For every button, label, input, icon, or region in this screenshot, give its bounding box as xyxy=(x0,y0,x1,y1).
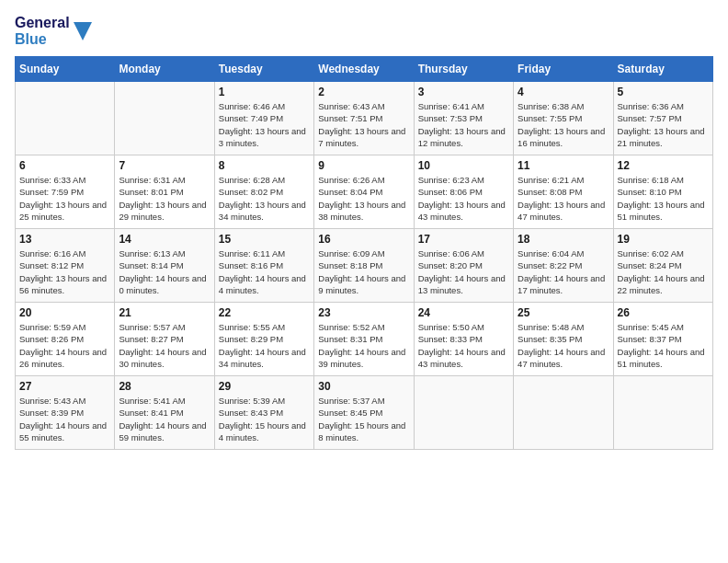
cell-info: Sunrise: 6:38 AM Sunset: 7:55 PM Dayligh… xyxy=(518,100,609,149)
cell-info: Sunrise: 5:37 AM Sunset: 8:45 PM Dayligh… xyxy=(318,395,409,443)
cell-day-number: 27 xyxy=(19,380,110,393)
calendar-cell xyxy=(613,376,712,450)
cell-info: Sunrise: 6:33 AM Sunset: 7:59 PM Dayligh… xyxy=(19,174,110,223)
logo: General Blue xyxy=(15,15,92,47)
cell-info: Sunrise: 6:18 AM Sunset: 8:10 PM Dayligh… xyxy=(618,174,709,223)
page-header: General Blue xyxy=(15,15,713,47)
cell-day-number: 24 xyxy=(418,306,509,319)
cell-day-number: 19 xyxy=(618,233,709,246)
cell-info: Sunrise: 6:09 AM Sunset: 8:18 PM Dayligh… xyxy=(318,247,409,296)
cell-day-number: 10 xyxy=(418,159,509,172)
cell-day-number: 20 xyxy=(19,306,110,319)
cell-info: Sunrise: 6:13 AM Sunset: 8:14 PM Dayligh… xyxy=(119,247,210,296)
cell-info: Sunrise: 5:59 AM Sunset: 8:26 PM Dayligh… xyxy=(19,321,110,370)
cell-info: Sunrise: 5:41 AM Sunset: 8:41 PM Dayligh… xyxy=(119,395,210,443)
cell-info: Sunrise: 6:21 AM Sunset: 8:08 PM Dayligh… xyxy=(518,174,609,223)
cell-day-number: 30 xyxy=(318,380,409,393)
calendar-cell xyxy=(414,376,513,450)
cell-day-number: 17 xyxy=(418,233,509,246)
cell-info: Sunrise: 5:45 AM Sunset: 8:37 PM Dayligh… xyxy=(618,321,709,370)
cell-info: Sunrise: 6:28 AM Sunset: 8:02 PM Dayligh… xyxy=(219,174,310,223)
calendar-cell: 28Sunrise: 5:41 AM Sunset: 8:41 PM Dayli… xyxy=(115,376,214,450)
weekday-header-saturday: Saturday xyxy=(613,57,712,82)
cell-day-number: 2 xyxy=(318,86,409,98)
calendar-cell: 20Sunrise: 5:59 AM Sunset: 8:26 PM Dayli… xyxy=(16,303,115,376)
calendar-cell: 9Sunrise: 6:26 AM Sunset: 8:04 PM Daylig… xyxy=(314,155,414,229)
logo-line2: Blue xyxy=(15,31,70,48)
cell-info: Sunrise: 6:23 AM Sunset: 8:06 PM Dayligh… xyxy=(418,174,509,223)
calendar-cell: 6Sunrise: 6:33 AM Sunset: 7:59 PM Daylig… xyxy=(16,155,115,229)
cell-day-number: 26 xyxy=(618,306,709,319)
calendar-cell: 15Sunrise: 6:11 AM Sunset: 8:16 PM Dayli… xyxy=(214,229,313,303)
calendar-cell: 17Sunrise: 6:06 AM Sunset: 8:20 PM Dayli… xyxy=(414,229,513,303)
cell-info: Sunrise: 6:41 AM Sunset: 7:53 PM Dayligh… xyxy=(418,100,509,149)
cell-day-number: 11 xyxy=(518,159,609,172)
calendar-week-row: 27Sunrise: 5:43 AM Sunset: 8:39 PM Dayli… xyxy=(16,376,713,450)
calendar-cell: 29Sunrise: 5:39 AM Sunset: 8:43 PM Dayli… xyxy=(214,376,313,450)
calendar-body: 1Sunrise: 6:46 AM Sunset: 7:49 PM Daylig… xyxy=(16,82,713,450)
calendar-cell xyxy=(16,82,115,155)
calendar-cell: 24Sunrise: 5:50 AM Sunset: 8:33 PM Dayli… xyxy=(414,303,513,376)
cell-day-number: 6 xyxy=(19,159,110,172)
calendar-cell: 30Sunrise: 5:37 AM Sunset: 8:45 PM Dayli… xyxy=(314,376,414,450)
weekday-header-row: SundayMondayTuesdayWednesdayThursdayFrid… xyxy=(16,57,713,82)
calendar-week-row: 1Sunrise: 6:46 AM Sunset: 7:49 PM Daylig… xyxy=(16,82,713,155)
calendar-cell: 16Sunrise: 6:09 AM Sunset: 8:18 PM Dayli… xyxy=(314,229,414,303)
cell-day-number: 4 xyxy=(518,86,609,98)
calendar-cell: 26Sunrise: 5:45 AM Sunset: 8:37 PM Dayli… xyxy=(613,303,712,376)
cell-day-number: 18 xyxy=(518,233,609,246)
cell-day-number: 8 xyxy=(219,159,310,172)
cell-info: Sunrise: 5:55 AM Sunset: 8:29 PM Dayligh… xyxy=(219,321,310,370)
cell-info: Sunrise: 6:16 AM Sunset: 8:12 PM Dayligh… xyxy=(19,247,110,296)
calendar-cell: 21Sunrise: 5:57 AM Sunset: 8:27 PM Dayli… xyxy=(115,303,214,376)
cell-day-number: 5 xyxy=(618,86,709,98)
cell-day-number: 16 xyxy=(318,233,409,246)
calendar-cell: 13Sunrise: 6:16 AM Sunset: 8:12 PM Dayli… xyxy=(16,229,115,303)
cell-info: Sunrise: 5:50 AM Sunset: 8:33 PM Dayligh… xyxy=(418,321,509,370)
calendar-cell xyxy=(514,376,613,450)
cell-info: Sunrise: 5:43 AM Sunset: 8:39 PM Dayligh… xyxy=(19,395,110,443)
cell-day-number: 29 xyxy=(219,380,310,393)
cell-day-number: 13 xyxy=(19,233,110,246)
calendar-cell: 8Sunrise: 6:28 AM Sunset: 8:02 PM Daylig… xyxy=(214,155,313,229)
cell-info: Sunrise: 6:31 AM Sunset: 8:01 PM Dayligh… xyxy=(119,174,210,223)
logo-line1: General xyxy=(15,15,70,31)
calendar-cell: 18Sunrise: 6:04 AM Sunset: 8:22 PM Dayli… xyxy=(514,229,613,303)
calendar-week-row: 13Sunrise: 6:16 AM Sunset: 8:12 PM Dayli… xyxy=(16,229,713,303)
cell-info: Sunrise: 6:26 AM Sunset: 8:04 PM Dayligh… xyxy=(318,174,409,223)
cell-info: Sunrise: 5:39 AM Sunset: 8:43 PM Dayligh… xyxy=(219,395,310,443)
weekday-header-wednesday: Wednesday xyxy=(314,57,414,82)
calendar-cell: 3Sunrise: 6:41 AM Sunset: 7:53 PM Daylig… xyxy=(414,82,513,155)
weekday-header-friday: Friday xyxy=(514,57,613,82)
cell-info: Sunrise: 5:57 AM Sunset: 8:27 PM Dayligh… xyxy=(119,321,210,370)
cell-info: Sunrise: 6:36 AM Sunset: 7:57 PM Dayligh… xyxy=(618,100,709,149)
weekday-header-sunday: Sunday xyxy=(16,57,115,82)
calendar-cell: 27Sunrise: 5:43 AM Sunset: 8:39 PM Dayli… xyxy=(16,376,115,450)
calendar-cell: 1Sunrise: 6:46 AM Sunset: 7:49 PM Daylig… xyxy=(214,82,313,155)
weekday-header-tuesday: Tuesday xyxy=(214,57,313,82)
logo-text: General Blue xyxy=(15,15,70,47)
cell-info: Sunrise: 6:06 AM Sunset: 8:20 PM Dayligh… xyxy=(418,247,509,296)
cell-day-number: 21 xyxy=(119,306,210,319)
calendar-cell: 2Sunrise: 6:43 AM Sunset: 7:51 PM Daylig… xyxy=(314,82,414,155)
calendar-cell xyxy=(115,82,214,155)
calendar-week-row: 6Sunrise: 6:33 AM Sunset: 7:59 PM Daylig… xyxy=(16,155,713,229)
calendar-cell: 12Sunrise: 6:18 AM Sunset: 8:10 PM Dayli… xyxy=(613,155,712,229)
cell-day-number: 23 xyxy=(318,306,409,319)
calendar-table: SundayMondayTuesdayWednesdayThursdayFrid… xyxy=(15,56,713,450)
cell-day-number: 22 xyxy=(219,306,310,319)
cell-day-number: 7 xyxy=(119,159,210,172)
cell-info: Sunrise: 6:46 AM Sunset: 7:49 PM Dayligh… xyxy=(219,100,310,149)
calendar-cell: 4Sunrise: 6:38 AM Sunset: 7:55 PM Daylig… xyxy=(514,82,613,155)
cell-info: Sunrise: 6:43 AM Sunset: 7:51 PM Dayligh… xyxy=(318,100,409,149)
calendar-cell: 19Sunrise: 6:02 AM Sunset: 8:24 PM Dayli… xyxy=(613,229,712,303)
calendar-cell: 14Sunrise: 6:13 AM Sunset: 8:14 PM Dayli… xyxy=(115,229,214,303)
cell-info: Sunrise: 5:52 AM Sunset: 8:31 PM Dayligh… xyxy=(318,321,409,370)
cell-day-number: 14 xyxy=(119,233,210,246)
cell-day-number: 1 xyxy=(219,86,310,98)
calendar-header: SundayMondayTuesdayWednesdayThursdayFrid… xyxy=(16,57,713,82)
calendar-cell: 10Sunrise: 6:23 AM Sunset: 8:06 PM Dayli… xyxy=(414,155,513,229)
cell-info: Sunrise: 5:48 AM Sunset: 8:35 PM Dayligh… xyxy=(518,321,609,370)
cell-info: Sunrise: 6:04 AM Sunset: 8:22 PM Dayligh… xyxy=(518,247,609,296)
cell-info: Sunrise: 6:11 AM Sunset: 8:16 PM Dayligh… xyxy=(219,247,310,296)
